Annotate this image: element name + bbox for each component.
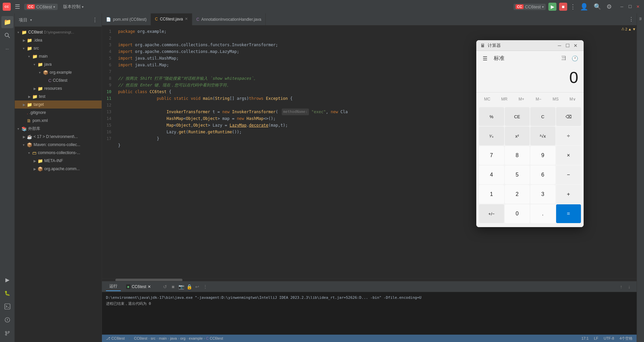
tree-item-pom[interactable]: ▶ 🗎 pom.xml — [15, 117, 102, 125]
bc-java[interactable]: java — [170, 336, 177, 340]
calc-8-button[interactable]: 8 — [505, 146, 530, 165]
warning-chevron-up[interactable]: ▲ — [628, 27, 632, 31]
tree-item-org-apache[interactable]: ▶ 📦 org.apache.comm... — [15, 165, 102, 173]
activity-folder[interactable]: 📁 — [1, 16, 13, 28]
terminal-content[interactable]: D:\environment\java\jdk-17\bin\java.exe … — [102, 292, 637, 335]
calc-ce-button[interactable]: CE — [505, 107, 530, 126]
h-scrollbar-thumb[interactable] — [115, 279, 182, 281]
activity-run[interactable]: ▶ — [1, 274, 13, 286]
bc-cc6test[interactable]: CC6test — [134, 336, 147, 340]
side-panel-more[interactable]: ⋮ — [92, 17, 98, 23]
calc-square-button[interactable]: x² — [505, 127, 530, 145]
tree-item-maven[interactable]: ▾ 📦 Maven: commons-collec... — [15, 141, 102, 149]
calc-minimize-button[interactable]: ─ — [555, 42, 564, 50]
tree-item-main[interactable]: ▾ 📁 main — [15, 52, 102, 60]
activity-notifications[interactable] — [1, 314, 13, 326]
calc-minus-button[interactable]: − — [556, 165, 581, 184]
tree-item-jdk[interactable]: ▶ ☕ < 17 > D:\environment\... — [15, 133, 102, 141]
activity-terminal[interactable] — [1, 300, 13, 313]
calc-ms-button[interactable]: MS — [547, 94, 564, 105]
bc-example[interactable]: example — [189, 336, 203, 340]
terminal-scroll-up[interactable]: ↑ — [618, 283, 625, 290]
tab-annotation-handler[interactable]: C AnnotationInvocationHandler.java — [192, 13, 265, 25]
status-lf[interactable]: LF — [593, 336, 600, 340]
status-git-branch[interactable]: ⎇ CC6test — [105, 336, 126, 341]
minimize-button[interactable]: ─ — [619, 3, 625, 10]
terminal-stop[interactable]: ■ — [170, 283, 176, 290]
terminal-tab-run[interactable]: 运行 — [106, 282, 121, 291]
close-button[interactable]: ✕ — [635, 3, 641, 10]
tree-item-meta-inf[interactable]: ▶ 📁 META-INF — [15, 157, 102, 165]
tree-item-gitignore[interactable]: ▶ . .gitignore — [15, 109, 102, 117]
calc-close-button[interactable]: ✕ — [572, 42, 580, 50]
status-position[interactable]: 17:1 — [580, 336, 590, 340]
tree-item-resources[interactable]: ▶ 📁 resources — [15, 84, 102, 92]
more-actions-button[interactable]: ⋮ — [570, 3, 576, 10]
calc-1-button[interactable]: 1 — [479, 185, 504, 204]
search-icon[interactable]: 🔍 — [592, 3, 602, 10]
warning-indicator[interactable]: ⚠ 2 ▲ ▼ — [621, 27, 636, 31]
bc-org[interactable]: org — [180, 336, 185, 340]
terminal-screenshot[interactable]: 📷 — [178, 283, 184, 290]
calc-decimal-button[interactable]: . — [530, 204, 555, 223]
calc-plus-button[interactable]: + — [556, 185, 581, 204]
tree-item-src[interactable]: ▾ 📁 src — [15, 44, 102, 52]
tree-item-root[interactable]: ▾ 📁 CC6test D:\yingwenmingt... — [15, 28, 102, 36]
tree-item-java-src[interactable]: ▾ 📁 java — [15, 60, 102, 68]
calc-3-button[interactable]: 3 — [530, 185, 555, 204]
calc-history-button[interactable]: 🕐 — [570, 54, 580, 63]
status-indent[interactable]: 4个空格 — [618, 336, 634, 341]
calc-4-button[interactable]: 4 — [479, 165, 504, 184]
bc-src[interactable]: src — [151, 336, 156, 340]
calc-6-button[interactable]: 6 — [530, 165, 555, 184]
terminal-scroll-lock[interactable]: 🔒 — [186, 283, 193, 290]
tree-item-commons-collections[interactable]: ▾ 🗃 commons-collections-... — [15, 149, 102, 157]
calc-2-button[interactable]: 2 — [505, 185, 530, 204]
tree-item-target[interactable]: ▶ 📁 target — [15, 100, 102, 109]
terminal-soft-wrap[interactable]: ↩ — [194, 283, 201, 290]
vcs-menu[interactable]: 版本控制 ▾ — [60, 3, 86, 10]
tree-item-org-example[interactable]: ▾ 📦 org.example — [15, 68, 102, 76]
h-scrollbar[interactable] — [102, 278, 637, 281]
activity-git[interactable] — [1, 327, 13, 339]
calc-clear-button[interactable]: C — [530, 107, 555, 126]
bc-cc6test-file[interactable]: CC6test — [210, 336, 223, 340]
breadcrumb-status[interactable]: CC6test › src › main › java › org › exam… — [132, 336, 224, 340]
calc-mr-button[interactable]: MR — [496, 94, 513, 105]
warning-chevron-down[interactable]: ▼ — [632, 27, 636, 31]
run-button[interactable]: ▶ — [548, 3, 556, 11]
calc-backspace-button[interactable]: ⌫ — [556, 107, 581, 126]
maximize-button[interactable]: ☐ — [627, 3, 633, 10]
calc-9-button[interactable]: 9 — [530, 146, 555, 165]
bc-main[interactable]: main — [159, 336, 167, 340]
activity-search[interactable] — [1, 29, 13, 42]
project-switcher[interactable]: CC CC6test ▾ — [24, 4, 58, 10]
right-panel-button[interactable]: m — [639, 17, 642, 20]
calc-sqrt-button[interactable]: ²√x — [530, 127, 555, 145]
terminal-more[interactable]: ⋮ — [202, 283, 209, 290]
calc-5-button[interactable]: 5 — [505, 165, 530, 184]
stop-button[interactable]: ■ — [559, 3, 567, 11]
calc-equals-button[interactable]: = — [556, 204, 581, 223]
terminal-rerun[interactable]: ↺ — [162, 283, 168, 290]
status-encoding[interactable]: UTF-8 — [602, 336, 615, 340]
calc-negate-button[interactable]: +/− — [479, 204, 504, 223]
user-icon[interactable]: 👤 — [579, 3, 590, 11]
tab-close-button[interactable]: ✕ — [185, 17, 188, 21]
calc-mplus-button[interactable]: M+ — [513, 94, 530, 105]
terminal-close-icon[interactable]: ✕ — [148, 284, 151, 289]
tree-item-external-libs[interactable]: ▾ 📚 外部库 — [15, 125, 102, 133]
calc-divide-button[interactable]: ÷ — [556, 127, 581, 145]
menu-icon[interactable]: ☰ — [13, 2, 21, 12]
settings-icon[interactable]: ⚙ — [605, 3, 613, 10]
tab-pom-xml[interactable]: 📄 pom.xml (CC6test) — [102, 13, 151, 25]
tree-item-test[interactable]: ▶ 📁 test — [15, 92, 102, 100]
calc-7-button[interactable]: 7 — [479, 146, 504, 165]
tree-item-idea[interactable]: ▶ 📁 .idea — [15, 36, 102, 44]
run-project-label[interactable]: CC CC6test ▾ — [514, 4, 546, 10]
calc-maximize-button[interactable]: ☐ — [564, 42, 572, 50]
calc-mc-button[interactable]: MC — [479, 94, 495, 105]
tab-more-button[interactable]: ⋮ — [626, 16, 637, 22]
calc-multiply-button[interactable]: × — [556, 146, 581, 165]
calc-0-button[interactable]: 0 — [505, 204, 530, 223]
